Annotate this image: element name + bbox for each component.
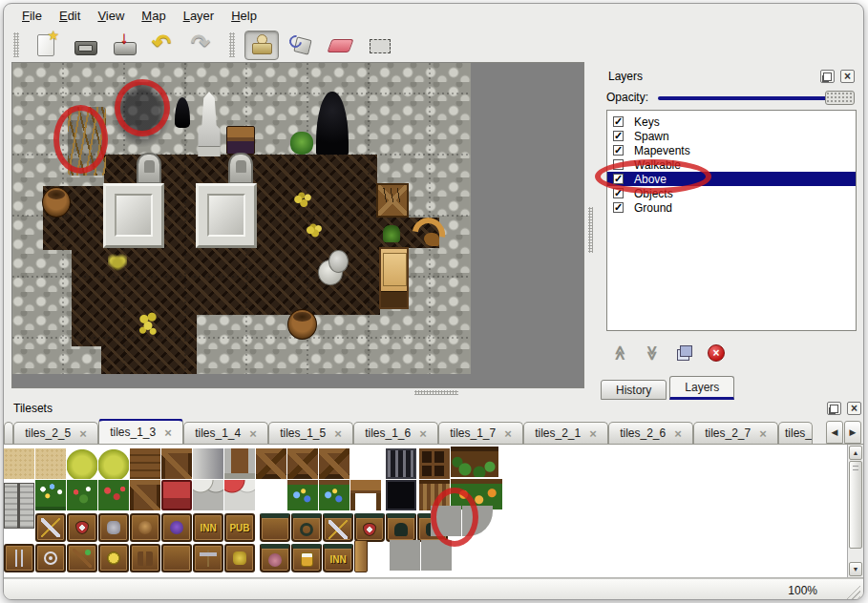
tileset-tile-post[interactable]: [354, 540, 368, 572]
opacity-slider-handle[interactable]: [825, 91, 855, 105]
close-panel-icon[interactable]: [840, 70, 855, 83]
tileset-tile-sign[interactable]: [35, 513, 66, 542]
tileset-tile-awning-red[interactable]: [224, 480, 255, 510]
tileset-tile-wood-brace[interactable]: [130, 480, 160, 510]
tileset-tile-awning-leaves[interactable]: [451, 447, 498, 477]
layer-row-walkable[interactable]: Walkable: [607, 157, 856, 172]
tab-tiles_2[interactable]: tiles_2: [778, 422, 813, 444]
tileset-tile-sign[interactable]: [130, 513, 160, 542]
new-file-button[interactable]: [29, 31, 63, 60]
undo-button[interactable]: [146, 31, 180, 60]
close-tab-icon[interactable]: ×: [504, 426, 512, 441]
float-tilesets-icon[interactable]: [827, 402, 841, 415]
save-file-button[interactable]: [107, 31, 141, 60]
tileset-tile-sign[interactable]: [98, 513, 129, 542]
tileset-tile-bush-yellow[interactable]: [98, 448, 129, 479]
tileset-tile-flowers-mix[interactable]: [35, 480, 66, 510]
tileset-tile-sign[interactable]: [98, 544, 129, 572]
horizontal-splitter[interactable]: [4, 388, 863, 396]
tileset-tile-hang[interactable]: [260, 513, 290, 542]
menu-view[interactable]: View: [89, 6, 133, 26]
tileset-tile-wood-cross[interactable]: [287, 448, 318, 479]
menu-edit[interactable]: Edit: [51, 6, 89, 26]
tileset-tile-awning-gray[interactable]: [193, 480, 223, 510]
tab-tiles_2_7[interactable]: tiles_2_7×: [693, 422, 778, 444]
layer-visibility-checkbox[interactable]: ✓: [613, 188, 624, 198]
move-layer-down-button[interactable]: [643, 343, 662, 363]
close-tab-icon[interactable]: ×: [164, 426, 172, 440]
tileset-tile-wood-cross[interactable]: [319, 448, 349, 479]
layer-row-mapevents[interactable]: ✓Mapevents: [607, 143, 856, 157]
close-tab-icon[interactable]: ×: [79, 426, 87, 441]
layer-list[interactable]: ✓Keys✓Spawn✓MapeventsWalkable✓Above✓Obje…: [606, 110, 857, 331]
eraser-tool-button[interactable]: [323, 31, 357, 60]
tileset-tile-pillar-wood[interactable]: [224, 448, 255, 479]
tileset-tile-flowers-red[interactable]: [98, 480, 129, 510]
tileset-tile-wood-cross[interactable]: [256, 448, 286, 479]
tileset-tile-window-black[interactable]: [386, 480, 416, 510]
tileset-tile-shadow-round[interactable]: [462, 506, 493, 536]
menu-file[interactable]: File: [13, 6, 51, 26]
tileset-tile-window-bars[interactable]: [386, 448, 416, 479]
tileset-tile-flowers-green[interactable]: [67, 480, 97, 510]
close-tab-icon[interactable]: ×: [589, 426, 597, 441]
tab-tiles_2_1[interactable]: tiles_2_1×: [523, 422, 608, 444]
tab-tiles_1_4[interactable]: tiles_1_4×: [183, 422, 268, 444]
vertical-splitter[interactable]: [584, 62, 597, 388]
tileset-tile-sign[interactable]: [67, 544, 97, 572]
tileset-scrollbar[interactable]: ▲ ▼: [847, 445, 863, 577]
scroll-tabs-right-icon[interactable]: ▶: [844, 421, 861, 444]
tab-tiles_1_7[interactable]: tiles_1_7×: [438, 422, 523, 444]
tileset-tile-window-wood[interactable]: [419, 448, 450, 479]
tileset-tile-sign[interactable]: [35, 544, 66, 572]
tileset-tile-planks[interactable]: [130, 448, 160, 479]
tileset-tile-flowers-blue[interactable]: [287, 480, 318, 510]
tileset-tile-window-shutter[interactable]: [4, 483, 34, 529]
tab-tiles_2_6[interactable]: tiles_2_6×: [608, 422, 693, 444]
tileset-tile-shadow[interactable]: [390, 540, 420, 571]
open-file-button[interactable]: [68, 31, 102, 60]
tileset-tile-sign[interactable]: [4, 544, 34, 572]
tileset-tile-wood-brace[interactable]: [161, 448, 192, 479]
tileset-tile-pillar-gray[interactable]: [193, 448, 223, 479]
opacity-slider-track[interactable]: [658, 96, 853, 100]
scrollbar-thumb[interactable]: [849, 461, 862, 549]
tileset-tile-hang[interactable]: [291, 513, 322, 542]
close-tab-icon[interactable]: ×: [249, 426, 257, 441]
menu-help[interactable]: Help: [222, 6, 265, 26]
tileset-tile-hang[interactable]: [354, 513, 385, 542]
tileset-tile-sign[interactable]: [161, 513, 192, 542]
duplicate-layer-button[interactable]: [675, 343, 694, 363]
tileset-tile-sand[interactable]: [35, 448, 66, 479]
move-layer-up-button[interactable]: [610, 343, 629, 363]
tileset-tile-hang[interactable]: [323, 513, 353, 542]
tileset-tile-sign[interactable]: [67, 513, 97, 542]
scroll-down-icon[interactable]: ▼: [849, 562, 862, 576]
tileset-tile-hang[interactable]: [260, 544, 290, 572]
tileset-tile-sign[interactable]: [130, 544, 160, 572]
close-tilesets-icon[interactable]: [847, 402, 861, 415]
map-view[interactable]: [11, 62, 584, 388]
tileset-tile-hang[interactable]: [386, 513, 416, 542]
toolbar-grip-handle[interactable]: [13, 32, 19, 57]
scroll-tabs-left-icon[interactable]: ◀: [826, 421, 843, 444]
tileset-tile-shadow[interactable]: [431, 506, 461, 536]
redo-button[interactable]: [185, 31, 220, 60]
resize-grip[interactable]: [843, 582, 860, 599]
stamp-tool-button[interactable]: [244, 31, 279, 60]
tab-partial[interactable]: [4, 422, 13, 444]
layer-visibility-checkbox[interactable]: ✓: [613, 174, 624, 184]
tileset-tile-sand[interactable]: [4, 448, 34, 479]
tab-tiles_1_3[interactable]: tiles_1_3×: [98, 419, 183, 444]
float-panel-icon[interactable]: [820, 70, 835, 83]
layer-row-keys[interactable]: ✓Keys: [607, 114, 856, 129]
layer-visibility-checkbox[interactable]: ✓: [613, 202, 624, 213]
close-tab-icon[interactable]: ×: [759, 426, 767, 441]
tileset-canvas[interactable]: ▲ ▼ INNPUBINN: [4, 445, 863, 578]
tileset-tile-sign[interactable]: PUB: [224, 513, 255, 542]
tileset-tile-sign[interactable]: INN: [193, 513, 223, 542]
menu-layer[interactable]: Layer: [175, 6, 223, 26]
layer-visibility-checkbox[interactable]: ✓: [613, 145, 624, 156]
tileset-tile-sign[interactable]: [224, 544, 255, 572]
layer-row-above[interactable]: ✓Above: [607, 172, 856, 186]
